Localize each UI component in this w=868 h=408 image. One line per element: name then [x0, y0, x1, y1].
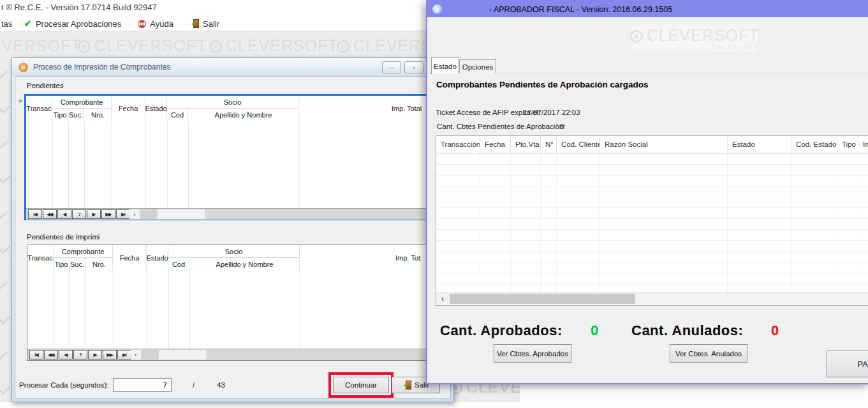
grid-column	[511, 154, 541, 292]
scroll-left-arrow-icon[interactable]: ‹	[131, 350, 141, 359]
scrollbar-thumb[interactable]	[141, 350, 159, 359]
grid-nav-button[interactable]: ▶I	[116, 209, 130, 219]
column-group-socio: Socio Cod Apellido y Nombre	[167, 96, 298, 121]
column-header-8: Cod. Estado	[791, 136, 837, 153]
aprobador-fiscal-window: e - APROBADOR FISCAL - Version: 2016.06.…	[426, 0, 868, 384]
column-header-comprobante: Comprobante	[52, 96, 111, 109]
menu-item-ayuda[interactable]: Ayuda	[138, 19, 173, 29]
approved-count-value: 0	[591, 322, 598, 339]
interval-counter: 43	[217, 381, 225, 389]
menu-item-label: Procesar Aprobaciones	[36, 19, 121, 29]
chevron-icon	[0, 240, 10, 255]
grid-column-line	[52, 121, 53, 208]
tab-opciones[interactable]: Opciones	[459, 59, 496, 73]
column-header-transac: Transac	[26, 96, 52, 121]
menu-item-procesar-aprobaciones[interactable]: ✔Procesar Aprobaciones	[24, 18, 121, 29]
scrollbar-thumb[interactable]	[450, 294, 635, 304]
column-header-2: Fecha	[480, 136, 511, 153]
grid-body[interactable]	[26, 121, 445, 208]
chevron-icon	[0, 100, 10, 114]
grid-nav-button[interactable]: ?	[73, 350, 87, 359]
grid-nav-button[interactable]: ▶▶	[101, 209, 115, 219]
button-label: Ver Cbtes. Aprobados	[497, 350, 568, 358]
pausa-button[interactable]: PAUSA	[827, 351, 868, 377]
column-group-comprobante: Comprobante Tipo Suc. Nro.	[54, 245, 113, 271]
column-header-nro: Nro.	[85, 258, 113, 271]
column-header-suc: Suc.	[68, 109, 84, 121]
minimize-button[interactable]: —	[382, 61, 401, 73]
print-process-window: e Proceso de Impresión de Comprobantes —…	[11, 57, 454, 402]
column-group-socio: Socio Cod Apellido y Nombre	[168, 245, 300, 271]
column-header-3: Pto.Vta.	[511, 136, 541, 153]
chevron-icon	[0, 135, 8, 149]
chevron-icon	[0, 310, 10, 325]
grid-nav-button[interactable]: ◀◀	[44, 350, 58, 359]
tab-estado[interactable]: Estado	[431, 57, 459, 74]
pending-count-value: 0	[560, 123, 564, 130]
help-icon	[138, 20, 146, 28]
grid-body[interactable]	[436, 154, 868, 292]
grid-nav-button[interactable]: ▶	[87, 209, 101, 219]
watermark-brand: CLEVERSOFTSOLUTIONS	[94, 38, 207, 60]
grid-column-line	[168, 271, 169, 349]
column-header-nro: Nro.	[84, 109, 112, 121]
grid-column	[791, 154, 837, 292]
grid-column	[557, 154, 600, 292]
column-group-comprobante: Comprobante Tipo Suc. Nro.	[52, 96, 112, 121]
print-window-body: Pendientes » Transac Comprobante Tipo Su…	[15, 76, 451, 399]
menu-item-salir[interactable]: Salir	[190, 19, 219, 29]
grid-header: Transac Comprobante Tipo Suc. Nro. Fecha…	[26, 96, 445, 121]
grid-column-line	[112, 121, 112, 208]
nav-buttons: I◀◀◀◀?▶▶▶▶I	[29, 350, 132, 360]
grid-column	[600, 154, 728, 292]
screen: t ® Re.C.E. - Versión 17.0714 Build 9294…	[0, 0, 868, 408]
column-header-socio: Socio	[168, 245, 299, 258]
grid-nav-button[interactable]: ◀◀	[43, 209, 57, 219]
grid-nav-button[interactable]: ◀	[57, 209, 71, 219]
column-header-socio: Socio	[167, 96, 298, 109]
horizontal-scrollbar[interactable]: ‹	[131, 350, 206, 359]
interval-input[interactable]	[113, 378, 172, 392]
grid-column	[728, 154, 791, 292]
cleversoft-watermark: eCLEVERSOFTSOLUTIONS	[0, 38, 82, 60]
grid-header: Transac Comprobante Tipo Suc. Nro. Fecha…	[27, 245, 445, 271]
grid-column-line	[84, 121, 85, 208]
menu-item-ventas[interactable]: tas	[1, 19, 12, 29]
grid-column-line	[85, 271, 86, 349]
grid-body[interactable]	[27, 271, 445, 349]
grid-nav-button[interactable]: I◀	[28, 209, 42, 219]
grid-nav-button[interactable]: ▶I	[117, 350, 131, 359]
chevron-icon	[0, 170, 10, 185]
scroll-left-arrow-icon[interactable]: ‹	[436, 294, 449, 303]
maximize-button[interactable]: ▫	[404, 61, 423, 73]
column-header-1: Transacción	[436, 136, 480, 153]
grid-nav-button[interactable]: ?	[72, 209, 86, 219]
column-header-7: Estado	[728, 136, 791, 153]
ver-cbtes-aprobados-button[interactable]: Ver Cbtes. Aprobados	[494, 344, 571, 363]
column-header-9: Tipo	[837, 136, 858, 153]
column-header-fecha: Fecha	[112, 96, 145, 121]
continuar-button[interactable]: Continuar	[333, 377, 389, 393]
cleversoft-logo-icon: e	[630, 30, 643, 43]
pendientes-imprimir-grid: Transac Comprobante Tipo Suc. Nro. Fecha…	[27, 245, 445, 361]
scroll-left-arrow-icon[interactable]: ‹	[129, 209, 140, 219]
column-header-cod: Cod	[168, 258, 189, 271]
grid-nav-button[interactable]: I◀	[29, 350, 43, 359]
grid-column-line	[189, 271, 190, 349]
horizontal-scrollbar[interactable]: ‹	[129, 209, 205, 219]
grid-nav-button[interactable]: ◀	[59, 350, 73, 359]
grid-column	[837, 154, 858, 292]
cleversoft-logo-icon: e	[337, 40, 349, 53]
grid-nav-button[interactable]: ▶	[88, 350, 102, 359]
ver-cbtes-anulados-button[interactable]: Ver Cbtes. Anulados	[670, 344, 747, 363]
exit-door-icon	[406, 381, 411, 389]
grid-navigator: I◀◀◀◀?▶▶▶▶I ‹	[27, 349, 445, 360]
horizontal-scrollbar[interactable]: ‹	[436, 292, 868, 305]
button-label: PAUSA	[857, 359, 868, 369]
grid-nav-button[interactable]: ▶▶	[103, 350, 117, 359]
grid-column	[480, 154, 511, 292]
column-header-transac: Transac	[27, 245, 54, 271]
scrollbar-thumb[interactable]	[140, 209, 158, 219]
menu-bar: tas✔Procesar AprobacionesAyudaSalir	[0, 17, 236, 31]
grid-column	[541, 154, 557, 292]
